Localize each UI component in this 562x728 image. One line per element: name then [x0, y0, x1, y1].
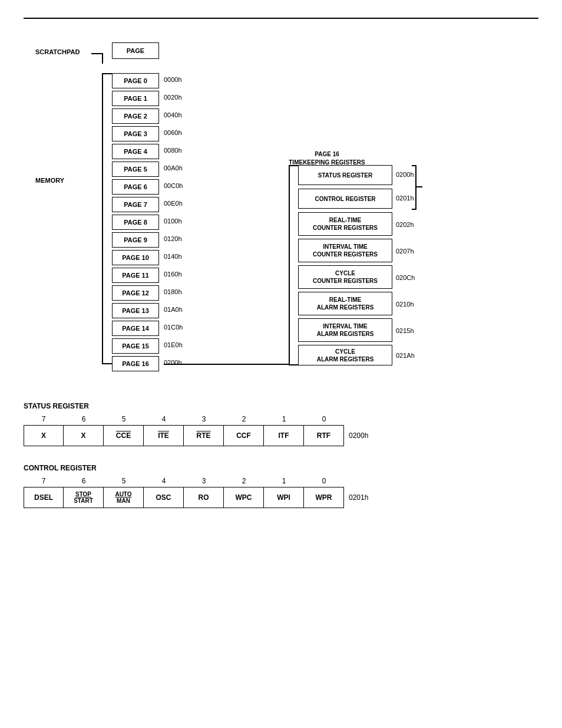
- memory-bracket-v: [102, 73, 103, 364]
- ctrl-bit-num-3: 3: [184, 477, 224, 485]
- bit-num-0: 0: [304, 415, 344, 423]
- page-box-5: PAGE 5: [112, 162, 159, 177]
- addr-2: 0040h: [164, 111, 182, 118]
- scratchpad-bracket-h: [91, 53, 102, 54]
- page-box-13: PAGE 13: [112, 303, 159, 318]
- reg-ccounter: CYCLECOUNTER REGISTERS: [298, 265, 392, 289]
- status-ctrl-bracket-top: [412, 165, 416, 166]
- memory-bracket-top: [102, 73, 113, 74]
- ctrl-bit-num-7: 7: [24, 477, 64, 485]
- addr-4: 0080h: [164, 147, 182, 154]
- ctrl-bit-wpi: WPI: [264, 487, 304, 508]
- control-register-table: 7 6 5 4 3 2 1 0 DSEL STOP START: [24, 477, 538, 508]
- ctrl-bit-wpr: WPR: [304, 487, 344, 508]
- memory-bracket-bottom: [102, 363, 113, 364]
- control-bit-numbers-row: 7 6 5 4 3 2 1 0: [24, 477, 538, 485]
- status-bit-numbers-row: 7 6 5 4 3 2 1 0: [24, 415, 538, 423]
- status-bit-x1: X: [24, 425, 64, 446]
- scratchpad-bracket-v: [102, 53, 103, 64]
- diagram-area: SCRATCHPAD PAGE MEMORY PAGE 0 0000h PAGE…: [35, 42, 542, 384]
- status-bit-cce: CCE: [104, 425, 144, 446]
- status-bit-ccf: CCF: [224, 425, 264, 446]
- reg-rtalarm: REAL-TIMEALARM REGISTERS: [298, 292, 392, 315]
- reg-addr-ccounter: 020Ch: [396, 274, 415, 281]
- page-box-15: PAGE 15: [112, 338, 159, 354]
- status-cells-row: X X CCE ITE RTE CCF ITF RTF 0200h: [24, 425, 538, 446]
- page-box-3: PAGE 3: [112, 126, 159, 141]
- bit-num-6: 6: [64, 415, 104, 423]
- status-addr: 0200h: [349, 431, 368, 440]
- bit-num-1: 1: [264, 415, 304, 423]
- reg-bracket-bottom-h: [289, 364, 298, 365]
- status-ctrl-bracket-bot: [412, 209, 416, 210]
- page-box-0: PAGE 0: [112, 73, 159, 88]
- page-box-2: PAGE 2: [112, 108, 159, 124]
- reg-bracket-top-h: [289, 165, 298, 166]
- page-box-9: PAGE 9: [112, 232, 159, 248]
- reg-addr-rtalarm: 0210h: [396, 301, 414, 308]
- page-box-1: PAGE 1: [112, 91, 159, 106]
- ctrl-bit-num-2: 2: [224, 477, 264, 485]
- reg-calarm: CYCLEALARM REGISTERS: [298, 345, 392, 365]
- ctrl-bit-stopstart: STOP START: [64, 487, 104, 508]
- reg-bracket-left-v: [289, 165, 290, 364]
- status-register-title: STATUS REGISTER: [24, 402, 538, 410]
- memory-label: MEMORY: [35, 177, 64, 184]
- reg-addr-calarm: 021Ah: [396, 352, 415, 359]
- control-addr: 0201h: [349, 493, 368, 502]
- ctrl-bit-dsel: DSEL: [24, 487, 64, 508]
- status-register-table: 7 6 5 4 3 2 1 0 X X CCE ITE RTE CCF ITF …: [24, 415, 538, 446]
- reg-rtcounter: REAL-TIMECOUNTER REGISTERS: [298, 212, 392, 236]
- page-container: SCRATCHPAD PAGE MEMORY PAGE 0 0000h PAGE…: [0, 0, 562, 728]
- page16-connector-h: [164, 364, 289, 365]
- scratchpad-label: SCRATCHPAD: [35, 48, 80, 55]
- page-box-11: PAGE 11: [112, 268, 159, 283]
- status-bit-x2: X: [64, 425, 104, 446]
- control-cells-row: DSEL STOP START AUTO MAN OSC RO WPC WPI: [24, 487, 538, 508]
- status-register-section: STATUS REGISTER 7 6 5 4 3 2 1 0 X X CCE …: [24, 402, 538, 508]
- addr-9: 0120h: [164, 235, 182, 242]
- page-box-7: PAGE 7: [112, 197, 159, 212]
- addr-7: 00E0h: [164, 200, 183, 207]
- page-box-10: PAGE 10: [112, 250, 159, 265]
- addr-6: 00C0h: [164, 182, 183, 189]
- addr-12: 0180h: [164, 288, 182, 295]
- bit-num-5: 5: [104, 415, 144, 423]
- scratchpad-page-box: PAGE: [112, 42, 159, 59]
- control-register-title: CONTROL REGISTER: [24, 464, 538, 472]
- page-box-16: PAGE 16: [112, 356, 159, 371]
- addr-0: 0000h: [164, 76, 182, 83]
- ctrl-bit-osc: OSC: [144, 487, 184, 508]
- reg-addr-italarm: 0215h: [396, 327, 414, 334]
- status-bit-rtf: RTF: [304, 425, 344, 446]
- reg-addr-status: 0200h: [396, 171, 414, 178]
- addr-13: 01A0h: [164, 306, 183, 313]
- addr-10: 0140h: [164, 253, 182, 260]
- top-rule: [24, 18, 538, 19]
- reg-addr-control: 0201h: [396, 195, 414, 202]
- ctrl-bit-num-0: 0: [304, 477, 344, 485]
- reg-control: CONTROL REGISTER: [298, 189, 392, 209]
- reg-addr-rtcounter: 0202h: [396, 221, 414, 228]
- status-bit-ite: ITE: [144, 425, 184, 446]
- ctrl-bit-num-4: 4: [144, 477, 184, 485]
- status-ctrl-bracket-mid: [415, 186, 422, 187]
- bit-num-3: 3: [184, 415, 224, 423]
- page16-title: PAGE 16TIMEKEEPING REGISTERS: [289, 150, 365, 167]
- addr-3: 0060h: [164, 129, 182, 136]
- ctrl-bit-ro: RO: [184, 487, 224, 508]
- status-bit-rte: RTE: [184, 425, 224, 446]
- page-box-6: PAGE 6: [112, 179, 159, 195]
- page-box-12: PAGE 12: [112, 285, 159, 301]
- addr-15: 01E0h: [164, 341, 183, 348]
- bit-num-7: 7: [24, 415, 64, 423]
- addr-16: 0200h: [164, 359, 182, 366]
- addr-1: 0020h: [164, 94, 182, 101]
- page-box-14: PAGE 14: [112, 321, 159, 336]
- reg-italarm: INTERVAL TIMEALARM REGISTERS: [298, 318, 392, 342]
- reg-addr-itcounter: 0207h: [396, 248, 414, 255]
- addr-5: 00A0h: [164, 164, 183, 172]
- status-bit-itf: ITF: [264, 425, 304, 446]
- page-box-8: PAGE 8: [112, 215, 159, 230]
- ctrl-bit-wpc: WPC: [224, 487, 264, 508]
